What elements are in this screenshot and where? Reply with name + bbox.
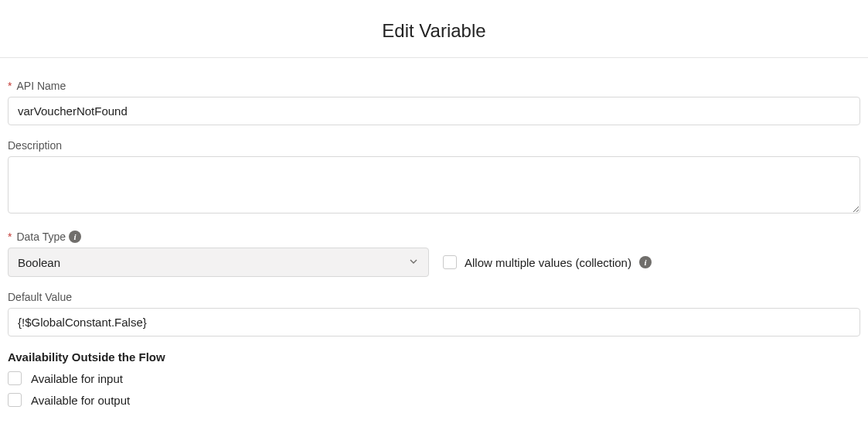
dialog-title: Edit Variable	[0, 20, 868, 42]
data-type-field-group: * Data Type i Boolean Allow multiple val…	[8, 231, 860, 277]
api-name-input[interactable]	[8, 97, 860, 125]
data-type-select-wrapper: Boolean	[8, 248, 429, 277]
description-field-group: Description	[8, 139, 860, 217]
multiple-values-label: Allow multiple values (collection)	[465, 256, 631, 269]
available-for-output-label: Available for output	[31, 394, 130, 407]
availability-header: Availability Outside the Flow	[8, 350, 860, 364]
multiple-values-checkbox[interactable]	[443, 255, 457, 269]
data-type-row: Boolean Allow multiple values (collectio…	[8, 248, 860, 277]
dialog-header: Edit Variable	[0, 0, 868, 57]
info-icon[interactable]: i	[69, 231, 81, 243]
description-label-row: Description	[8, 139, 860, 152]
api-name-label-row: * API Name	[8, 80, 860, 92]
info-icon[interactable]: i	[639, 256, 652, 268]
default-value-field-group: Default Value	[8, 291, 860, 336]
default-value-label-row: Default Value	[8, 291, 860, 303]
data-type-label-row: * Data Type i	[8, 231, 860, 243]
availability-checkboxes: Available for input Available for output	[8, 371, 860, 407]
data-type-label: Data Type	[16, 231, 66, 243]
available-for-output-checkbox[interactable]	[8, 393, 22, 407]
api-name-label: API Name	[16, 80, 66, 92]
available-for-input-label: Available for input	[31, 372, 123, 385]
available-for-input-checkbox[interactable]	[8, 371, 22, 385]
available-for-output-row: Available for output	[8, 393, 860, 407]
required-asterisk-icon: *	[8, 231, 12, 243]
required-asterisk-icon: *	[8, 80, 12, 92]
default-value-input[interactable]	[8, 308, 860, 336]
availability-section: Availability Outside the Flow Available …	[8, 350, 860, 407]
available-for-input-row: Available for input	[8, 371, 860, 385]
default-value-label: Default Value	[8, 291, 72, 303]
data-type-value: Boolean	[18, 256, 60, 269]
description-label: Description	[8, 139, 62, 152]
description-textarea[interactable]	[8, 156, 860, 214]
data-type-select[interactable]: Boolean	[8, 248, 429, 277]
form-container: * API Name Description * Data Type i Boo…	[0, 58, 868, 407]
multiple-values-group: Allow multiple values (collection) i	[443, 255, 652, 269]
api-name-field-group: * API Name	[8, 80, 860, 125]
